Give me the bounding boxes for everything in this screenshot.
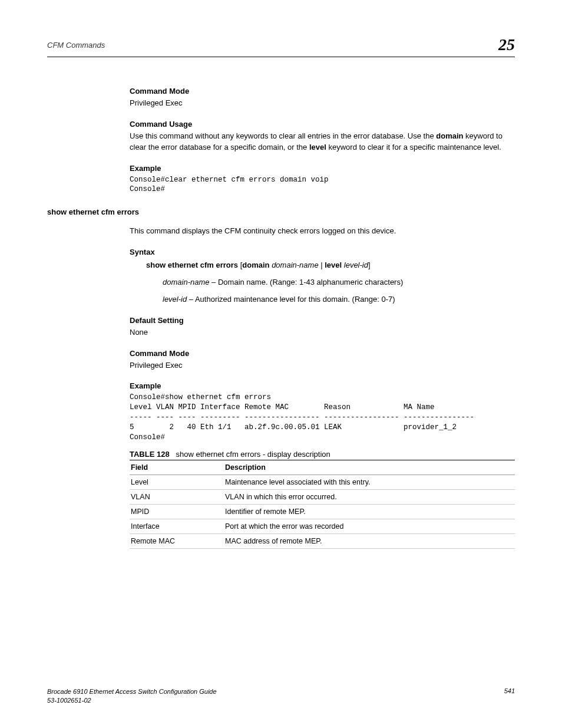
table-caption: TABLE 128 show ethernet cfm errors - dis… (130, 450, 515, 459)
domain-name-lbl: domain-name (163, 278, 210, 286)
heading-example-1: Example (130, 164, 515, 173)
syntax-kw-domain: domain (242, 261, 269, 269)
syntax-pipe: | (319, 261, 325, 269)
syntax-kw-level: level (325, 261, 342, 269)
syntax-command-line: show ethernet cfm errors [domain domain-… (146, 260, 515, 271)
chapter-number: 25 (498, 35, 515, 54)
heading-example-2: Example (130, 381, 515, 390)
intro-text: This command displays the CFM continuity… (130, 226, 515, 237)
text-command-mode-2: Privileged Exec (130, 360, 515, 371)
table-label: TABLE 128 (130, 450, 170, 459)
usage-suffix: keyword to clear it for a specific maint… (326, 143, 501, 151)
heading-command-mode-1: Command Mode (130, 87, 515, 95)
usage-prefix: Use this command without any keywords to… (130, 131, 436, 140)
table-row: Interface Port at which the error was re… (130, 519, 515, 533)
table-row: MPID Identifier of remote MEP. (130, 504, 515, 519)
heading-syntax: Syntax (130, 248, 515, 256)
page-header: CFM Commands 25 (47, 35, 515, 57)
syntax-cmd: show ethernet cfm errors (146, 261, 238, 269)
table-row: Level Maintenance level associated with … (130, 475, 515, 489)
level-id-lbl: level-id (163, 295, 187, 304)
heading-command-mode-2: Command Mode (130, 349, 515, 358)
footer-docnum: 53-1002651-02 (47, 696, 217, 704)
footer-title: Brocade 6910 Ethernet Access Switch Conf… (47, 687, 217, 696)
text-command-usage: Use this command without any keywords to… (130, 131, 515, 153)
code-example-1: Console#clear ethernet cfm errors domain… (130, 175, 515, 195)
td-desc: Maintenance level associated with this e… (224, 475, 515, 489)
syntax-level-id: level-id (342, 261, 368, 269)
td-field: MPID (130, 504, 224, 519)
td-field: VLAN (130, 489, 224, 504)
page-footer: Brocade 6910 Ethernet Access Switch Conf… (47, 687, 515, 704)
header-title: CFM Commands (47, 41, 105, 50)
td-field: Level (130, 475, 224, 489)
th-description: Description (224, 460, 515, 475)
syntax-domain-name: domain-name (270, 261, 319, 269)
command-title: show ethernet cfm errors (47, 207, 515, 216)
td-field: Remote MAC (130, 533, 224, 548)
td-desc: Identifier of remote MEP. (224, 504, 515, 519)
table-header-row: Field Description (130, 460, 515, 475)
td-desc: VLAN in which this error occurred. (224, 489, 515, 504)
th-field: Field (130, 460, 224, 475)
footer-left: Brocade 6910 Ethernet Access Switch Conf… (47, 687, 217, 704)
td-field: Interface (130, 519, 224, 533)
domain-name-desc: – Domain name. (Range: 1-43 alphanumeric… (210, 278, 404, 286)
table-caption-text: show ethernet cfm errors - display descr… (176, 450, 330, 459)
heading-default-setting: Default Setting (130, 316, 515, 325)
text-command-mode-1: Privileged Exec (130, 98, 515, 109)
syntax-bracket-close: ] (368, 261, 371, 269)
syntax-domain-desc: domain-name – Domain name. (Range: 1-43 … (163, 277, 515, 288)
description-table: Field Description Level Maintenance leve… (130, 460, 515, 549)
level-id-desc: – Authorized maintenance level for this … (187, 295, 395, 304)
footer-page: 541 (504, 687, 515, 704)
td-desc: Port at which the error was recorded (224, 519, 515, 533)
heading-command-usage: Command Usage (130, 120, 515, 129)
usage-kw-domain: domain (436, 131, 463, 140)
table-row: VLAN VLAN in which this error occurred. (130, 489, 515, 504)
text-default-setting: None (130, 327, 515, 338)
content-body: Command Mode Privileged Exec Command Usa… (130, 87, 515, 549)
code-example-2: Console#show ethernet cfm errors Level V… (130, 393, 515, 442)
table-row: Remote MAC MAC address of remote MEP. (130, 533, 515, 548)
td-desc: MAC address of remote MEP. (224, 533, 515, 548)
usage-kw-level: level (309, 143, 326, 151)
syntax-level-desc: level-id – Authorized maintenance level … (163, 294, 515, 305)
